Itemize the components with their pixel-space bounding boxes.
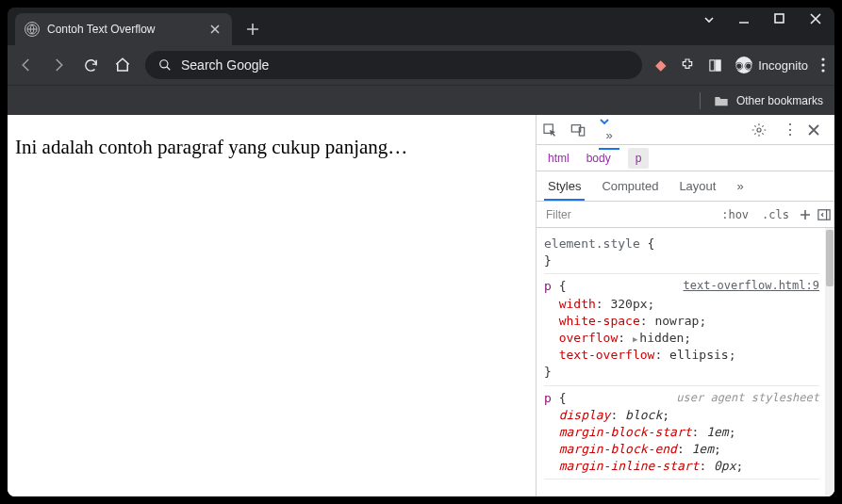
window-close-icon[interactable]	[810, 13, 829, 26]
device-icon[interactable]	[570, 122, 591, 138]
punct: ;	[729, 348, 736, 362]
svg-point-7	[821, 69, 824, 72]
bookmarks-bar: Other bookmarks	[8, 85, 834, 115]
back-button[interactable]	[17, 56, 36, 74]
css-val: ellipsis	[669, 348, 729, 362]
browser-window: Contoh Text Overflow ◆	[8, 8, 834, 496]
punct: ;	[699, 314, 706, 328]
address-input[interactable]	[181, 57, 629, 73]
css-val: nowrap	[654, 314, 699, 328]
breadcrumb-p[interactable]: p	[628, 148, 650, 169]
hov-toggle[interactable]: :hov	[718, 208, 752, 221]
rule-source[interactable]: text-overflow.html:9	[684, 278, 820, 294]
punct: :	[640, 314, 655, 328]
maximize-icon[interactable]	[774, 13, 793, 26]
chevron-down-icon[interactable]	[702, 13, 721, 26]
computed-panel-icon[interactable]	[817, 208, 831, 221]
devtools-breadcrumb: html body p	[537, 145, 834, 171]
devtools-panel: » ⋮ html body p Styles Computed Layout »…	[536, 115, 834, 496]
separator	[700, 92, 701, 109]
css-prop: margin-block-start	[559, 425, 692, 439]
cls-toggle[interactable]: .cls	[758, 208, 793, 221]
folder-icon	[714, 94, 729, 107]
svg-rect-12	[818, 209, 830, 219]
punct: :	[654, 348, 669, 362]
incognito-badge[interactable]: ◉◉ Incognito	[735, 57, 808, 73]
window-controls	[702, 13, 829, 26]
incognito-label: Incognito	[758, 58, 808, 73]
devtools-scrollbar[interactable]	[825, 228, 834, 496]
punct: :	[677, 442, 692, 456]
styles-filter-input[interactable]	[546, 208, 712, 221]
scrollbar-thumb[interactable]	[826, 230, 834, 286]
extensions-button[interactable]	[680, 57, 695, 73]
svg-rect-3	[710, 59, 715, 70]
new-rule-icon[interactable]	[799, 208, 812, 221]
css-val: 1em	[692, 442, 714, 456]
styles-rules: element.style { } text-overflow.html:9 p…	[537, 228, 825, 496]
omnibox[interactable]	[145, 51, 642, 79]
content-area: Ini adalah contoh paragraf yang cukup pa…	[8, 115, 834, 496]
search-icon	[158, 58, 172, 72]
devtools-tab-more[interactable]: »	[599, 117, 619, 142]
reload-button[interactable]	[81, 56, 100, 74]
brace: {	[559, 279, 567, 293]
punct: ;	[729, 425, 736, 439]
css-prop: width	[559, 297, 596, 311]
home-button[interactable]	[113, 56, 132, 74]
minimize-icon[interactable]	[738, 13, 757, 26]
css-prop: text-overflow	[559, 348, 655, 362]
menu-button[interactable]	[821, 57, 825, 73]
element-style-rule[interactable]: element.style { }	[544, 232, 819, 274]
css-val: 0px	[714, 459, 735, 473]
punct: ;	[714, 442, 721, 456]
kebab-icon[interactable]: ⋮	[780, 121, 801, 138]
reading-list-icon[interactable]	[708, 58, 722, 73]
tab-strip: Contoh Text Overflow	[8, 8, 834, 45]
rule-selector: p	[544, 279, 552, 293]
tab-styles[interactable]: Styles	[548, 179, 581, 193]
punct: ;	[684, 331, 691, 345]
punct: ;	[648, 297, 655, 311]
css-val: hidden	[639, 331, 684, 345]
css-val: block	[625, 408, 662, 422]
user-agent-rule[interactable]: user agent stylesheet p { display: block…	[544, 386, 819, 480]
browser-tab[interactable]: Contoh Text Overflow	[15, 13, 232, 45]
brace: {	[648, 236, 655, 251]
rendered-page: Ini adalah contoh paragraf yang cukup pa…	[8, 115, 536, 496]
expand-icon[interactable]: ▶	[633, 334, 637, 344]
punct: ;	[662, 408, 669, 422]
brace: }	[544, 365, 552, 379]
extension-icon[interactable]: ◆	[655, 57, 667, 73]
svg-rect-4	[716, 59, 720, 70]
rule-selector: p	[544, 391, 552, 405]
devtools-close-icon[interactable]	[808, 124, 829, 136]
other-bookmarks-button[interactable]: Other bookmarks	[736, 94, 823, 107]
breadcrumb-html[interactable]: html	[548, 152, 570, 165]
gear-icon[interactable]	[751, 122, 772, 138]
inspect-icon[interactable]	[542, 122, 563, 138]
close-icon[interactable]	[207, 22, 223, 37]
incognito-icon: ◉◉	[735, 57, 752, 73]
breadcrumb-body[interactable]: body	[586, 152, 611, 165]
css-prop: margin-block-end	[559, 442, 677, 456]
brace: {	[559, 391, 567, 405]
svg-point-5	[821, 57, 824, 60]
css-prop: overflow	[559, 331, 619, 345]
tab-layout[interactable]: Layout	[679, 179, 716, 193]
tab-computed[interactable]: Computed	[602, 179, 658, 193]
new-tab-button[interactable]	[239, 16, 266, 42]
css-val: 320px	[610, 297, 647, 311]
punct: :	[699, 459, 714, 473]
author-rule[interactable]: text-overflow.html:9 p { width: 320px; w…	[544, 274, 819, 385]
css-prop: display	[559, 408, 611, 422]
punct: ;	[736, 459, 744, 473]
css-prop: margin-inline-start	[559, 459, 700, 473]
rule-source: user agent stylesheet	[676, 390, 819, 406]
forward-button[interactable]	[49, 56, 68, 74]
svg-point-6	[821, 63, 824, 66]
punct: :	[610, 408, 625, 422]
devtools-tabbar: » ⋮	[537, 115, 834, 145]
subtabs-more-icon[interactable]: »	[736, 179, 743, 193]
punct: :	[596, 297, 611, 311]
